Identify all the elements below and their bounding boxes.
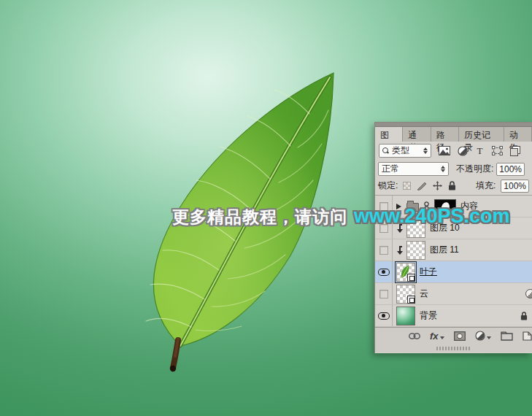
watermark-text: 更多精品教程，请访问 — [172, 206, 347, 228]
new-adjustment-layer-icon[interactable] — [475, 331, 491, 341]
smart-filter-toggle-icon[interactable] — [525, 289, 532, 298]
filter-kind-dropdown[interactable]: 类型 — [379, 144, 431, 158]
smart-object-badge-icon — [407, 296, 415, 304]
search-icon — [382, 147, 389, 154]
caret-down-icon — [487, 336, 491, 339]
watermark-url: www.240PS.com — [354, 205, 510, 228]
lock-label: 锁定: — [378, 180, 398, 192]
layer-row-background[interactable]: 背景 — [375, 305, 532, 327]
new-group-icon[interactable] — [501, 331, 513, 341]
filter-adjustment-layers-icon[interactable] — [458, 146, 468, 156]
new-layer-icon[interactable] — [523, 331, 532, 341]
tab-paths[interactable]: 路径 — [431, 127, 459, 142]
filter-smart-objects-icon[interactable] — [510, 146, 520, 156]
layer-thumbnail[interactable] — [396, 263, 415, 282]
fill-label: 填充: — [476, 180, 496, 192]
layer-row-layer11[interactable]: 图层 11 — [375, 239, 532, 261]
clipping-mask-arrow-icon — [396, 246, 404, 255]
fill-input[interactable]: 100% — [501, 180, 529, 193]
layers-panel: 图层 通道 路径 历史记录 动作 类型 T — [374, 122, 532, 353]
chevron-updown-icon — [423, 147, 428, 154]
visibility-toggle[interactable] — [375, 239, 393, 261]
lock-all-icon[interactable] — [448, 181, 456, 190]
layer-name[interactable]: 图层 11 — [430, 244, 459, 256]
panel-resize-grip[interactable] — [375, 344, 532, 353]
layer-name[interactable]: 云 — [420, 288, 428, 300]
lock-row: 锁定: 填充: 100% — [375, 178, 532, 196]
visibility-toggle[interactable] — [375, 283, 393, 304]
background-lock-icon — [520, 312, 528, 320]
layer-thumbnail[interactable] — [396, 285, 415, 304]
link-layers-icon[interactable] — [409, 333, 420, 339]
smart-object-badge-icon — [407, 274, 415, 282]
filter-shape-layers-icon[interactable] — [492, 146, 503, 155]
visibility-toggle[interactable] — [375, 261, 393, 282]
layer-styles-fx-icon[interactable]: fx — [430, 331, 444, 342]
tab-layers[interactable]: 图层 — [375, 127, 403, 142]
chevron-updown-icon — [441, 166, 445, 172]
layer-name[interactable]: 叶子 — [420, 266, 437, 278]
visibility-off-box — [379, 246, 388, 255]
filter-type-layers-icon[interactable]: T — [475, 146, 485, 155]
filter-kind-label: 类型 — [392, 145, 409, 157]
layer-row-leaf[interactable]: 叶子 — [375, 261, 532, 283]
blend-mode-row: 正常 不透明度: 100% — [375, 160, 532, 178]
caret-down-icon — [440, 336, 444, 339]
layer-filter-row: 类型 T — [375, 142, 532, 160]
filter-pixel-layers-icon[interactable] — [439, 146, 450, 155]
layers-panel-bottom-bar: fx — [375, 327, 532, 344]
svg-text:T: T — [477, 146, 483, 155]
tab-channels[interactable]: 通道 — [403, 127, 431, 142]
grip-dots — [436, 347, 471, 350]
blend-mode-value: 正常 — [382, 163, 399, 175]
layer-thumbnail[interactable] — [396, 307, 415, 326]
tab-history[interactable]: 历史记录 — [459, 127, 504, 142]
tab-actions[interactable]: 动作 — [504, 127, 532, 142]
watermark: 更多精品教程，请访问 www.240PS.com — [172, 205, 510, 228]
blend-mode-dropdown[interactable]: 正常 — [378, 162, 449, 176]
layer-name[interactable]: 背景 — [420, 309, 437, 322]
lock-transparency-icon[interactable] — [403, 182, 411, 190]
layer-thumbnail[interactable] — [406, 241, 425, 260]
lock-position-move-icon[interactable] — [433, 181, 442, 190]
eye-icon — [378, 312, 390, 320]
layer-row-cloud[interactable]: 云 — [375, 283, 532, 305]
panel-tab-bar: 图层 通道 路径 历史记录 动作 — [375, 127, 532, 142]
lock-pixels-brush-icon[interactable] — [417, 182, 427, 190]
visibility-off-box — [379, 290, 388, 298]
eye-icon — [378, 269, 390, 276]
opacity-label: 不透明度: — [456, 163, 493, 175]
add-layer-mask-icon[interactable] — [454, 331, 466, 341]
visibility-toggle[interactable] — [375, 305, 393, 326]
opacity-input[interactable]: 100% — [496, 163, 525, 176]
